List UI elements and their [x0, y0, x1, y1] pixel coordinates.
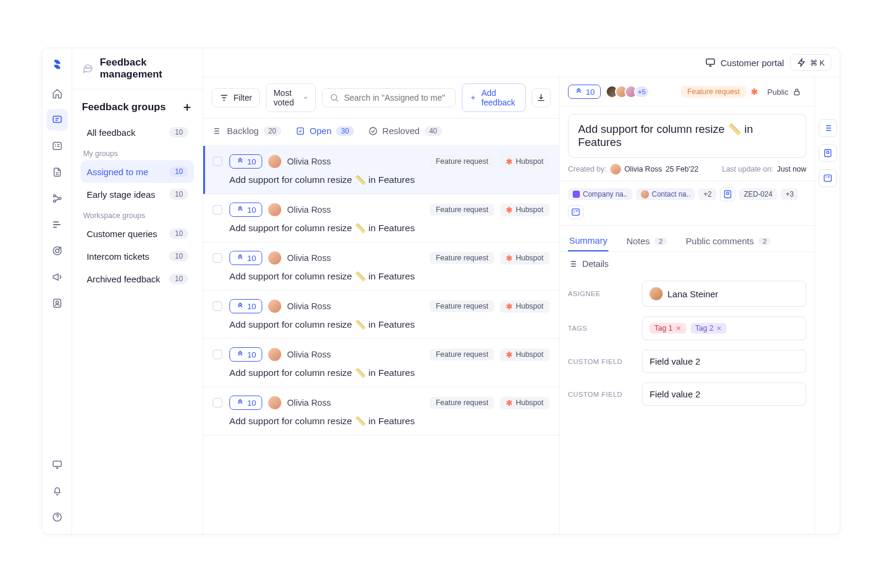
nav-desktop-icon[interactable] [46, 454, 68, 475]
tab-summary[interactable]: Summary [568, 231, 608, 251]
tag-chip: Feature request [430, 155, 494, 167]
field-tags: TAGS Tag 1✕ Tag 2✕ [560, 312, 815, 345]
feedback-card[interactable]: 10 Olivia Ross Feature request ✱Hubspot … [203, 242, 559, 291]
nav-home-icon[interactable] [46, 83, 68, 104]
card-checkbox[interactable] [213, 398, 222, 407]
source-chip: ✱Hubspot [500, 155, 549, 168]
nav-target-icon[interactable] [46, 240, 68, 262]
svg-rect-14 [706, 59, 715, 64]
tag-chip[interactable]: Tag 1✕ [650, 323, 686, 334]
sidebar-item-early[interactable]: Early stage ideas 10 [80, 183, 194, 206]
author-name: Olivia Ross [287, 350, 331, 359]
custom-field-input[interactable]: Field value 2 [642, 350, 806, 373]
nav-feedback-icon[interactable] [46, 109, 68, 130]
svg-rect-24 [824, 175, 831, 182]
nav-bell-icon[interactable] [46, 480, 68, 502]
contact-chip[interactable]: Contact na.. [636, 188, 695, 200]
card-checkbox[interactable] [213, 350, 222, 359]
field-custom-1: CUSTOM FIELD Field value 2 [560, 345, 815, 378]
add-group-button[interactable]: ＋ [181, 99, 193, 115]
avatar [268, 348, 281, 361]
nav-share-icon[interactable] [46, 188, 68, 209]
import-button[interactable] [532, 88, 551, 107]
tab-public-comments[interactable]: Public comments2 [685, 231, 772, 251]
detail-tabs: Summary Notes2 Public comments2 [560, 226, 815, 252]
nav-contact-icon[interactable] [46, 293, 68, 314]
detail-vote-button[interactable]: 10 [568, 85, 601, 99]
vote-button[interactable]: 10 [229, 251, 262, 265]
link-feature-button[interactable] [568, 205, 583, 219]
sidebar-item-archived[interactable]: Archived feedback 10 [80, 267, 194, 290]
sidebar-header: Feedback management [72, 48, 202, 89]
sidebar-item-assigned[interactable]: Assigned to me 10 [80, 160, 194, 183]
tags-input[interactable]: Tag 1✕ Tag 2✕ [642, 316, 806, 340]
source-chip: ✱Hubspot [500, 397, 549, 409]
card-checkbox[interactable] [213, 253, 222, 263]
link-contact-button[interactable] [720, 187, 735, 201]
tab-open[interactable]: Open 30 [296, 126, 354, 138]
avatar [650, 287, 663, 300]
voter-avatars[interactable]: +5 [605, 85, 650, 98]
feedback-card[interactable]: 10 Olivia Ross Feature request ✱Hubspot … [203, 194, 559, 242]
more-contacts-chip[interactable]: +2 [698, 188, 716, 200]
feedback-card[interactable]: 10 Olivia Ross Feature request ✱Hubspot … [203, 146, 559, 194]
svg-point-17 [369, 127, 377, 135]
company-chip[interactable]: Company na.. [568, 188, 632, 200]
feedback-card[interactable]: 10 Olivia Ross Feature request ✱Hubspot … [203, 291, 559, 339]
detail-title[interactable]: Add support for column resize 📏 in Featu… [568, 114, 806, 158]
filter-button[interactable]: Filter [212, 88, 260, 107]
visibility-chip[interactable]: Public [763, 85, 806, 98]
source-chip: ✱Hubspot [500, 252, 549, 265]
ruler-icon: 📏 [728, 123, 741, 135]
tab-backlog[interactable]: Backlog 20 [213, 126, 281, 138]
nav-megaphone-icon[interactable] [46, 266, 68, 288]
sidebar-item-intercom[interactable]: Intercom tickets 10 [80, 245, 194, 267]
status-tabs: Backlog 20 Open 30 Resloved 40 [203, 119, 559, 146]
main-pane: Customer portal ⌘ K Filter Most voted [203, 48, 840, 534]
add-feedback-button[interactable]: Add feedback [462, 83, 526, 112]
rail-contact-icon[interactable] [819, 144, 837, 162]
tab-resolved[interactable]: Resloved 40 [368, 126, 442, 138]
command-palette-button[interactable]: ⌘ K [790, 54, 831, 71]
feedback-card[interactable]: 10 Olivia Ross Feature request ✱Hubspot … [203, 387, 559, 435]
vote-button[interactable]: 10 [229, 203, 262, 217]
card-title: Add support for column resize 📏 in Featu… [229, 175, 549, 185]
tag-chip: Feature request [430, 349, 494, 360]
nav-help-icon[interactable] [46, 506, 68, 528]
search-input-wrapper[interactable] [322, 88, 456, 107]
nav-document-icon[interactable] [46, 161, 68, 183]
zed-chip[interactable]: ZED-024 [739, 188, 777, 200]
vote-button[interactable]: 10 [229, 154, 262, 169]
svg-point-20 [726, 192, 729, 195]
sort-select[interactable]: Most voted [266, 83, 316, 112]
assignee-select[interactable]: Lana Steiner [642, 281, 806, 307]
remove-tag-icon[interactable]: ✕ [676, 325, 681, 332]
hubspot-icon: ✱ [751, 87, 758, 97]
feedback-card[interactable]: 10 Olivia Ross Feature request ✱Hubspot … [203, 339, 559, 387]
rail-feature-icon[interactable] [819, 169, 837, 187]
card-checkbox[interactable] [213, 205, 222, 214]
sidebar-item-all[interactable]: All feedback 10 [80, 121, 194, 144]
nav-roadmap-icon[interactable] [46, 214, 68, 235]
custom-field-input[interactable]: Field value 2 [642, 382, 806, 406]
card-checkbox[interactable] [213, 301, 222, 311]
source-chip: ✱Hubspot [500, 349, 549, 361]
nav-list-icon[interactable] [46, 135, 68, 157]
more-zed-chip[interactable]: +3 [781, 188, 799, 200]
author-name: Olivia Ross [287, 301, 331, 311]
sidebar-item-queries[interactable]: Customer queries 10 [80, 222, 194, 245]
tab-notes[interactable]: Notes2 [625, 231, 668, 251]
vote-button[interactable]: 10 [229, 396, 262, 410]
meta-row: Created by: Olivia Ross 25 Feb'22 Last u… [560, 161, 815, 181]
remove-tag-icon[interactable]: ✕ [716, 325, 722, 332]
customer-portal-link[interactable]: Customer portal [705, 57, 784, 68]
vote-button[interactable]: 10 [229, 299, 262, 313]
sidebar: Feedback management Feedback groups ＋ Al… [72, 48, 203, 534]
tag-chip[interactable]: Tag 2✕ [691, 323, 727, 334]
search-input[interactable] [344, 93, 448, 102]
card-checkbox[interactable] [213, 157, 222, 166]
vote-button[interactable]: 10 [229, 347, 262, 362]
rail-properties-icon[interactable] [819, 119, 837, 137]
details-section-header: Details [560, 252, 815, 276]
avatars-more[interactable]: +5 [634, 85, 650, 98]
